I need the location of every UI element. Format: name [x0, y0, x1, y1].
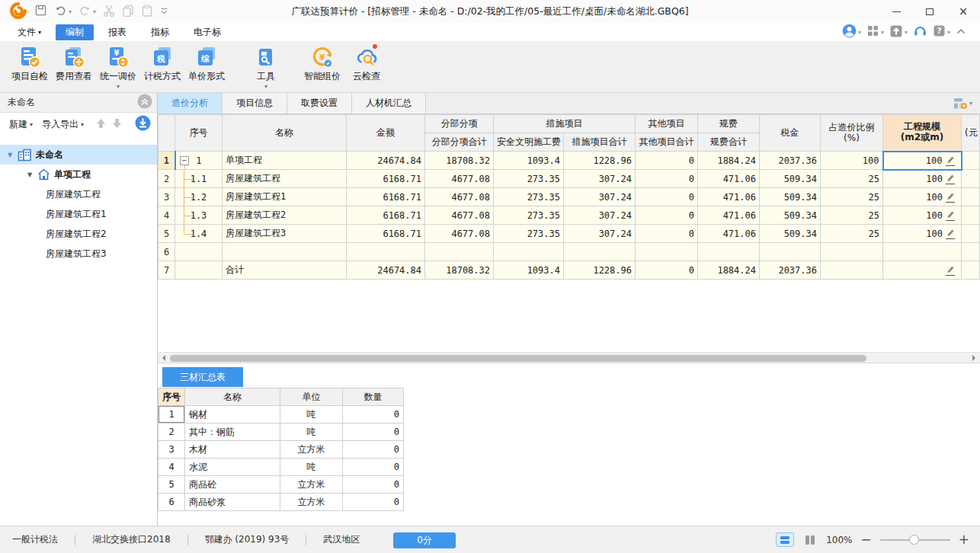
tree-expand-icon[interactable]: ▼ — [6, 152, 14, 158]
mat-cell-qty[interactable]: 0 — [343, 459, 404, 476]
menu-item-编制[interactable]: 编制 — [56, 24, 94, 40]
cell-name[interactable]: 房屋建筑工程 — [223, 170, 347, 188]
cell-partial[interactable] — [962, 188, 980, 206]
cell-gf-total[interactable] — [698, 243, 760, 261]
mat-cell-unit[interactable]: 立方米 — [280, 441, 343, 459]
mat-cell-sn[interactable]: 2 — [159, 424, 185, 441]
cell-name[interactable]: 房屋建筑工程2 — [223, 206, 347, 225]
cell-amount[interactable]: 6168.71 — [347, 225, 425, 243]
cell-scale[interactable]: 100 — [883, 206, 962, 225]
edit-pencil-icon[interactable] — [946, 209, 955, 221]
cell-amount[interactable]: 6168.71 — [347, 206, 425, 225]
col-header-partial[interactable]: (元 — [962, 115, 980, 152]
cell-serial[interactable]: 1.4 — [175, 225, 223, 243]
cell-fbfx-total[interactable] — [425, 243, 494, 261]
cell-ratio[interactable] — [821, 243, 883, 261]
tab-造价分析[interactable]: 造价分析 — [158, 93, 223, 113]
scroll-left-icon[interactable] — [158, 353, 168, 363]
mat-cell-qty[interactable]: 0 — [343, 476, 404, 494]
cell-amount[interactable]: 24674.84 — [347, 261, 425, 280]
cell-name[interactable]: 单项工程 — [223, 152, 347, 170]
ribbon-button-云检查[interactable]: 云检查 — [344, 44, 389, 91]
cell-safe-fee[interactable] — [494, 243, 564, 261]
cell-safe-fee[interactable]: 273.35 — [494, 225, 564, 243]
ribbon-button-费用查看[interactable]: 费用查看 — [52, 44, 96, 91]
cell-cs-total[interactable]: 307.24 — [564, 225, 636, 243]
tree-item-房屋建筑工程3[interactable]: 房屋建筑工程3 — [0, 244, 157, 264]
ribbon-button-单价形式[interactable]: 综单价形式 — [184, 44, 229, 91]
menu-item-文件[interactable]: 文件▾ — [8, 24, 51, 40]
col-header-ratio[interactable]: 占造价比例 (%) — [821, 115, 883, 152]
mat-cell-name[interactable]: 钢材 — [185, 406, 280, 424]
edit-pencil-icon[interactable] — [946, 173, 955, 184]
mat-cell-name[interactable]: 木材 — [185, 441, 280, 459]
cell-cs-total[interactable]: 307.24 — [564, 206, 636, 225]
cell-serial[interactable]: 1.1 — [175, 170, 223, 188]
col-header-sn[interactable]: 序号 — [175, 115, 223, 152]
ribbon-button-计税方式[interactable]: 税计税方式 — [140, 44, 184, 91]
cell-cs-total[interactable]: 1228.96 — [564, 152, 636, 170]
cell-amount[interactable]: 6168.71 — [347, 170, 425, 188]
minimize-button[interactable] — [879, 0, 913, 23]
save-icon[interactable] — [34, 4, 47, 19]
edit-pencil-icon[interactable] — [946, 155, 955, 166]
cell-amount[interactable] — [347, 243, 425, 261]
cell-serial[interactable]: −1 — [175, 152, 223, 170]
cell-scale[interactable]: 100 — [883, 152, 962, 170]
cell-partial[interactable] — [962, 225, 980, 243]
cell-gf-total[interactable]: 471.06 — [698, 225, 760, 243]
cell-name[interactable]: 房屋建筑工程3 — [223, 225, 347, 243]
cell-tax[interactable]: 2037.36 — [760, 261, 821, 280]
zoom-out-button[interactable]: − — [861, 533, 872, 546]
scroll-right-icon[interactable] — [969, 353, 980, 363]
split-horizontal-icon[interactable] — [776, 532, 794, 547]
mat-cell-sn[interactable]: 6 — [159, 494, 185, 511]
cell-cs-total[interactable] — [564, 243, 636, 261]
toolbar-more-icon[interactable] — [160, 6, 168, 18]
tab-人材机汇总[interactable]: 人材机汇总 — [352, 93, 426, 113]
cell-cs-total[interactable]: 307.24 — [564, 170, 636, 188]
cell-tax[interactable]: 509.34 — [760, 206, 821, 225]
tree-item-房屋建筑工程1[interactable]: 房屋建筑工程1 — [0, 204, 157, 224]
user-avatar-icon[interactable]: ▾ — [842, 24, 861, 40]
cell-safe-fee[interactable]: 1093.4 — [494, 261, 564, 280]
cell-amount[interactable]: 24674.84 — [347, 152, 425, 170]
cell-qt-total[interactable]: 0 — [636, 170, 698, 188]
cell-tax[interactable]: 509.34 — [760, 170, 821, 188]
apps-grid-icon[interactable]: ▾ — [866, 24, 884, 40]
mat-cell-sn[interactable]: 4 — [159, 459, 185, 476]
row-number-cell[interactable]: 6 — [159, 243, 175, 261]
cell-safe-fee[interactable]: 273.35 — [494, 170, 564, 188]
cell-fbfx-total[interactable]: 4677.08 — [425, 188, 494, 206]
mat-cell-sn[interactable]: 1 — [159, 406, 185, 424]
collapse-row-icon[interactable]: − — [180, 156, 189, 165]
horizontal-scrollbar[interactable] — [158, 352, 980, 363]
col-header-cs-total[interactable]: 措施项目合计 — [564, 133, 636, 152]
ribbon-button-智能组价[interactable]: ¥智能组价 — [300, 44, 344, 91]
cell-serial[interactable] — [175, 261, 223, 280]
cell-ratio[interactable]: 25 — [821, 225, 883, 243]
scrollbar-track[interactable] — [168, 353, 969, 363]
mat-cell-qty[interactable]: 0 — [343, 494, 404, 511]
col-header-qt-total[interactable]: 其他项目合计 — [636, 133, 698, 152]
move-up-icon[interactable] — [96, 118, 106, 131]
cell-fbfx-total[interactable]: 4677.08 — [425, 206, 494, 225]
menu-item-报表[interactable]: 报表 — [98, 24, 136, 40]
cell-qt-total[interactable] — [636, 243, 698, 261]
cell-fbfx-total[interactable]: 18708.32 — [425, 261, 494, 280]
move-down-icon[interactable] — [112, 118, 122, 131]
zoom-slider[interactable] — [880, 539, 950, 541]
cell-scale[interactable] — [883, 261, 962, 280]
tab-项目信息[interactable]: 项目信息 — [223, 93, 287, 113]
paste-icon[interactable] — [141, 5, 153, 19]
cell-ratio[interactable]: 25 — [821, 170, 883, 188]
mat-cell-sn[interactable]: 5 — [159, 476, 185, 494]
cell-tax[interactable]: 2037.36 — [760, 152, 821, 170]
mat-cell-qty[interactable]: 0 — [343, 441, 404, 459]
cell-partial[interactable] — [962, 206, 980, 225]
mat-cell-name[interactable]: 商品砂浆 — [185, 494, 280, 511]
cell-amount[interactable]: 6168.71 — [347, 188, 425, 206]
cell-scale[interactable]: 100 — [883, 170, 962, 188]
edit-pencil-icon[interactable] — [946, 264, 955, 276]
col-header-scale[interactable]: 工程规模 (m2或m) — [883, 115, 962, 152]
